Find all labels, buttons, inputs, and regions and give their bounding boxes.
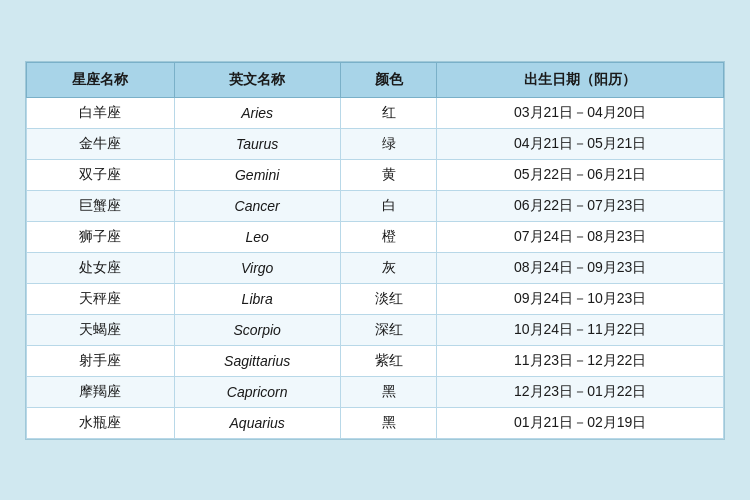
header-col-3: 出生日期（阳历）: [437, 62, 724, 97]
cell-r5-c1: Virgo: [174, 252, 340, 283]
table-row: 天秤座Libra淡红09月24日－10月23日: [27, 283, 724, 314]
cell-r7-c0: 天蝎座: [27, 314, 175, 345]
cell-r9-c0: 摩羯座: [27, 376, 175, 407]
cell-r2-c2: 黄: [340, 159, 437, 190]
cell-r6-c0: 天秤座: [27, 283, 175, 314]
cell-r9-c3: 12月23日－01月22日: [437, 376, 724, 407]
zodiac-table: 星座名称英文名称颜色出生日期（阳历） 白羊座Aries红03月21日－04月20…: [26, 62, 724, 439]
cell-r4-c0: 狮子座: [27, 221, 175, 252]
cell-r1-c0: 金牛座: [27, 128, 175, 159]
zodiac-table-wrapper: 星座名称英文名称颜色出生日期（阳历） 白羊座Aries红03月21日－04月20…: [25, 61, 725, 440]
cell-r9-c2: 黑: [340, 376, 437, 407]
cell-r0-c2: 红: [340, 97, 437, 128]
table-row: 狮子座Leo橙07月24日－08月23日: [27, 221, 724, 252]
cell-r6-c3: 09月24日－10月23日: [437, 283, 724, 314]
cell-r10-c2: 黑: [340, 407, 437, 438]
table-row: 处女座Virgo灰08月24日－09月23日: [27, 252, 724, 283]
cell-r7-c1: Scorpio: [174, 314, 340, 345]
cell-r1-c1: Taurus: [174, 128, 340, 159]
table-row: 双子座Gemini黄05月22日－06月21日: [27, 159, 724, 190]
table-row: 水瓶座Aquarius黑01月21日－02月19日: [27, 407, 724, 438]
table-row: 天蝎座Scorpio深红10月24日－11月22日: [27, 314, 724, 345]
cell-r8-c0: 射手座: [27, 345, 175, 376]
cell-r9-c1: Capricorn: [174, 376, 340, 407]
cell-r5-c3: 08月24日－09月23日: [437, 252, 724, 283]
cell-r3-c3: 06月22日－07月23日: [437, 190, 724, 221]
table-row: 金牛座Taurus绿04月21日－05月21日: [27, 128, 724, 159]
cell-r0-c1: Aries: [174, 97, 340, 128]
cell-r6-c1: Libra: [174, 283, 340, 314]
cell-r10-c0: 水瓶座: [27, 407, 175, 438]
cell-r2-c1: Gemini: [174, 159, 340, 190]
cell-r10-c3: 01月21日－02月19日: [437, 407, 724, 438]
table-row: 巨蟹座Cancer白06月22日－07月23日: [27, 190, 724, 221]
cell-r8-c1: Sagittarius: [174, 345, 340, 376]
cell-r10-c1: Aquarius: [174, 407, 340, 438]
cell-r0-c0: 白羊座: [27, 97, 175, 128]
header-col-2: 颜色: [340, 62, 437, 97]
cell-r7-c2: 深红: [340, 314, 437, 345]
cell-r5-c2: 灰: [340, 252, 437, 283]
header-col-0: 星座名称: [27, 62, 175, 97]
table-row: 白羊座Aries红03月21日－04月20日: [27, 97, 724, 128]
cell-r3-c2: 白: [340, 190, 437, 221]
cell-r7-c3: 10月24日－11月22日: [437, 314, 724, 345]
cell-r4-c1: Leo: [174, 221, 340, 252]
header-col-1: 英文名称: [174, 62, 340, 97]
cell-r4-c3: 07月24日－08月23日: [437, 221, 724, 252]
table-body: 白羊座Aries红03月21日－04月20日金牛座Taurus绿04月21日－0…: [27, 97, 724, 438]
cell-r5-c0: 处女座: [27, 252, 175, 283]
cell-r2-c3: 05月22日－06月21日: [437, 159, 724, 190]
table-row: 摩羯座Capricorn黑12月23日－01月22日: [27, 376, 724, 407]
cell-r2-c0: 双子座: [27, 159, 175, 190]
cell-r3-c1: Cancer: [174, 190, 340, 221]
cell-r0-c3: 03月21日－04月20日: [437, 97, 724, 128]
cell-r3-c0: 巨蟹座: [27, 190, 175, 221]
table-row: 射手座Sagittarius紫红11月23日－12月22日: [27, 345, 724, 376]
cell-r1-c3: 04月21日－05月21日: [437, 128, 724, 159]
cell-r8-c3: 11月23日－12月22日: [437, 345, 724, 376]
cell-r8-c2: 紫红: [340, 345, 437, 376]
cell-r6-c2: 淡红: [340, 283, 437, 314]
table-header-row: 星座名称英文名称颜色出生日期（阳历）: [27, 62, 724, 97]
cell-r4-c2: 橙: [340, 221, 437, 252]
cell-r1-c2: 绿: [340, 128, 437, 159]
